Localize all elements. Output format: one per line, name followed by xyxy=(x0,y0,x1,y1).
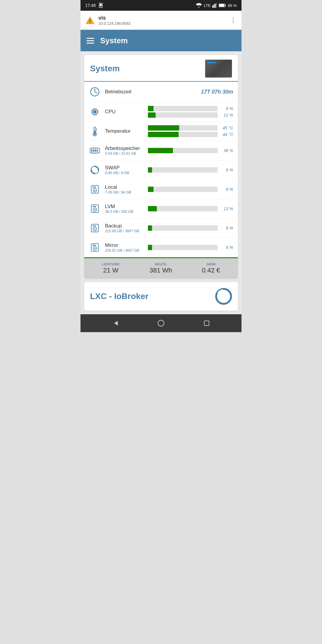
more-options-button[interactable]: ⋮ xyxy=(230,16,237,24)
ram-bar-fill-1 xyxy=(148,148,173,153)
svg-rect-48 xyxy=(95,149,96,152)
next-card: LXC - IoBroker i xyxy=(84,282,238,311)
temp-bar-bg-2 xyxy=(148,132,218,137)
metric-row-backup: Backup 215.69 GB / 3667 GB 6 % xyxy=(84,219,238,238)
temp-bars: 45 °C 44 °C xyxy=(148,125,233,137)
lvm-bar-value-1: 13 % xyxy=(220,206,233,211)
temp-bar-value-2: 44 °C xyxy=(220,132,233,137)
power-leistung-value: 21 W xyxy=(102,267,120,274)
svg-rect-5 xyxy=(215,4,216,8)
power-heute-label: Heute xyxy=(149,262,172,266)
lvm-label-group: LVM 38.3 GB / 300 GB xyxy=(105,204,144,214)
swap-label-group: SWAP 0.46 GB / 8 GB xyxy=(105,165,144,175)
cpu-bar-fill-1 xyxy=(148,106,154,111)
swap-bar-value-1: 6 % xyxy=(220,168,233,172)
backup-label-group: Backup 215.69 GB / 3667 GB xyxy=(105,223,144,233)
svg-rect-1 xyxy=(100,4,102,6)
temp-bar-fill-1 xyxy=(148,125,179,131)
uptime-row: Betriebszeit 17T 07h 30m xyxy=(84,82,238,102)
notification-bar: ! vis 10.0.124.186:8082 ⋮ xyxy=(80,11,242,30)
temp-bar-1: 45 °C xyxy=(148,125,233,131)
status-left: 17:48 xyxy=(85,3,103,8)
backup-bar-bg-1 xyxy=(148,225,218,231)
local-label-group: Local 7.09 GB / 94 GB xyxy=(105,184,144,194)
app-bar: System xyxy=(80,30,242,51)
local-bars: 8 % xyxy=(148,187,233,192)
svg-rect-49 xyxy=(97,149,98,152)
svg-line-24 xyxy=(95,92,97,93)
next-card-icon: i xyxy=(215,288,232,305)
lvm-bar-bg-1 xyxy=(148,206,218,211)
svg-rect-18 xyxy=(223,67,228,69)
cpu-bar-fill-2 xyxy=(148,112,156,118)
swap-bar-fill-1 xyxy=(148,167,152,173)
power-jahr-cell: Jahr 0.42 € xyxy=(202,262,220,274)
ram-bar-value-1: 36 % xyxy=(220,148,233,153)
metric-row-temperature: Temperatur 45 °C 44 °C xyxy=(84,122,238,141)
warning-icon: ! xyxy=(85,16,95,25)
server-image xyxy=(205,60,232,78)
svg-point-63 xyxy=(94,190,95,191)
backup-bar-value-1: 6 % xyxy=(220,226,233,230)
backup-bars: 6 % xyxy=(148,225,233,231)
local-label: Local xyxy=(105,184,144,190)
back-button[interactable] xyxy=(109,317,122,330)
local-bar-fill-1 xyxy=(148,187,154,192)
svg-rect-64 xyxy=(92,187,96,188)
svg-rect-6 xyxy=(216,3,217,8)
svg-marker-80 xyxy=(114,321,118,326)
local-bar-value-1: 8 % xyxy=(220,187,233,192)
lvm-bar-1: 13 % xyxy=(148,206,233,211)
recents-button[interactable] xyxy=(200,317,213,330)
svg-rect-14 xyxy=(208,66,219,68)
home-button[interactable] xyxy=(154,317,168,330)
battery-icon xyxy=(219,3,226,7)
notification-left: ! vis 10.0.124.186:8082 xyxy=(85,15,131,26)
local-bar-bg-1 xyxy=(148,187,218,192)
app-bar-title: System xyxy=(100,36,128,45)
temp-label: Temperatur xyxy=(105,128,144,134)
network-display: LTE xyxy=(204,3,210,8)
svg-rect-16 xyxy=(223,63,228,65)
cpu-bar-2: 11 % xyxy=(148,112,233,118)
power-jahr-label: Jahr xyxy=(202,262,220,266)
clock-icon xyxy=(89,86,101,98)
temp-bar-value-1: 45 °C xyxy=(220,126,233,130)
status-right: LTE 86 % xyxy=(196,3,237,8)
lvm-bars: 13 % xyxy=(148,206,233,211)
backup-disk-icon xyxy=(89,222,101,234)
metric-row-local: Local 7.09 GB / 94 GB 8 % xyxy=(84,180,238,199)
lvm-sub: 38.3 GB / 300 GB xyxy=(105,210,144,214)
svg-rect-9 xyxy=(219,4,224,7)
local-disk-icon xyxy=(89,183,101,195)
time-display: 17:48 xyxy=(85,3,96,8)
backup-sub: 215.69 GB / 3667 GB xyxy=(105,229,144,233)
power-jahr-value: 0.42 € xyxy=(202,267,220,274)
svg-rect-55 xyxy=(93,153,94,154)
cpu-bar-bg-2 xyxy=(148,112,218,118)
hamburger-menu-button[interactable] xyxy=(86,38,94,44)
ram-bar-1: 36 % xyxy=(148,148,233,153)
svg-point-58 xyxy=(91,166,99,174)
notification-subtitle: 10.0.124.186:8082 xyxy=(98,21,131,26)
svg-rect-13 xyxy=(208,63,219,65)
svg-point-71 xyxy=(94,228,95,230)
svg-point-20 xyxy=(208,74,209,76)
swap-bar-bg-1 xyxy=(148,167,218,173)
svg-point-67 xyxy=(94,209,95,210)
mirror-label: Mirror xyxy=(105,242,144,248)
uptime-value: 17T 07h 30m xyxy=(201,89,233,95)
svg-rect-57 xyxy=(97,153,97,154)
ram-bar-bg-1 xyxy=(148,148,218,153)
ram-label: Arbeitsspeicher xyxy=(105,145,144,151)
cpu-icon xyxy=(89,106,101,118)
backup-label: Backup xyxy=(105,223,144,229)
svg-point-21 xyxy=(210,74,212,76)
navigation-bar xyxy=(80,314,242,332)
lvm-label: LVM xyxy=(105,204,144,210)
mirror-disk-icon xyxy=(89,242,101,253)
card-header: System xyxy=(84,55,238,82)
card-title: System xyxy=(90,64,120,73)
svg-rect-47 xyxy=(93,149,94,152)
mirror-sub: 226.52 GB / 3667 GB xyxy=(105,248,144,253)
